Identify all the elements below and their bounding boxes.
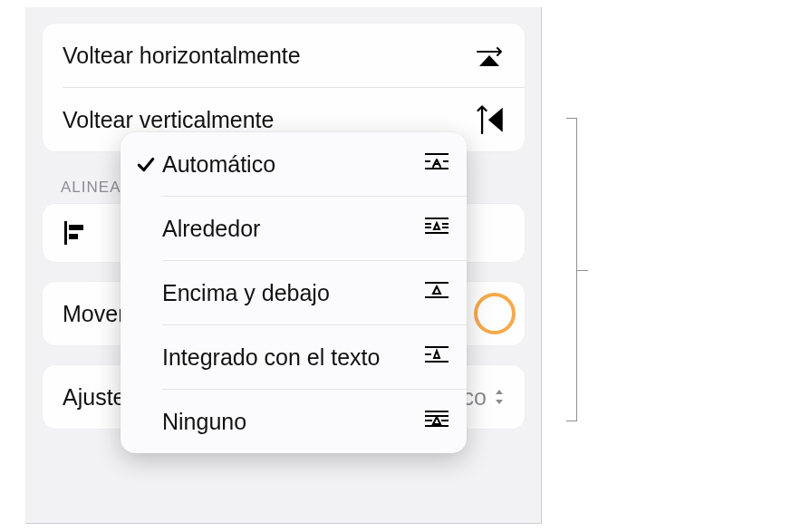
chevron-updown-icon xyxy=(494,388,505,406)
popup-option-none[interactable]: Ninguno xyxy=(121,390,467,453)
popup-option-label: Alrededor xyxy=(159,216,423,242)
popup-option-label: Encima y debajo xyxy=(159,280,423,306)
svg-rect-0 xyxy=(64,221,67,245)
align-left-icon xyxy=(61,219,88,247)
popup-option-above-below[interactable]: Encima y debajo xyxy=(121,261,467,324)
flip-horizontal-row[interactable]: Voltear horizontalmente xyxy=(43,24,525,87)
popup-option-label: Automático xyxy=(159,151,423,178)
svg-rect-1 xyxy=(69,225,83,230)
wrap-popup: Automático Alrededor Encima y deb xyxy=(121,132,467,453)
popup-option-label: Ninguno xyxy=(159,409,423,435)
wrap-none-icon xyxy=(423,408,450,435)
wrap-around-icon xyxy=(423,215,450,242)
popup-option-around[interactable]: Alrededor xyxy=(121,197,467,260)
flip-horizontal-icon xyxy=(474,40,505,71)
popup-option-label: Integrado con el texto xyxy=(159,344,423,371)
wrap-inline-icon xyxy=(423,343,450,371)
flip-vertical-icon xyxy=(474,104,505,135)
flip-vertical-label: Voltear verticalmente xyxy=(63,107,274,133)
wrap-above-below-icon xyxy=(423,279,450,306)
callout-bracket xyxy=(563,118,588,421)
checkmark-icon xyxy=(133,154,159,174)
selection-ring-icon xyxy=(474,293,516,334)
popup-option-inline[interactable]: Integrado con el texto xyxy=(121,325,467,389)
mover-label: Mover xyxy=(63,301,125,327)
svg-rect-2 xyxy=(69,234,78,239)
popup-option-automatic[interactable]: Automático xyxy=(121,132,467,196)
wrap-automatic-icon xyxy=(423,150,450,178)
flip-horizontal-label: Voltear horizontalmente xyxy=(63,43,301,69)
